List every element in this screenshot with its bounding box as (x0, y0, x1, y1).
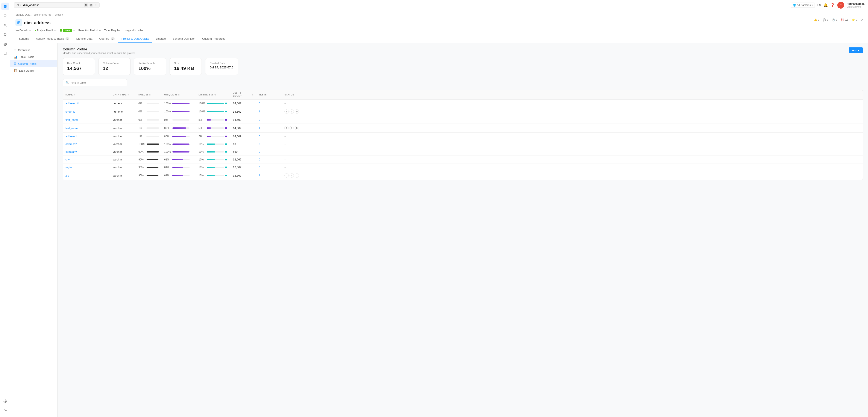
column-name-link[interactable]: address_id (65, 102, 79, 105)
nav-globe-icon[interactable] (1, 40, 9, 48)
tests-link[interactable]: 0 (259, 166, 260, 169)
nav-bulb-icon[interactable] (1, 31, 9, 39)
cell-tests: 1 (256, 124, 282, 132)
add-button[interactable]: Add ▾ (849, 47, 863, 53)
column-name-link[interactable]: address2 (65, 142, 77, 146)
cell-tests: 0 (256, 140, 282, 148)
tab-schema[interactable]: Schema (16, 35, 33, 43)
tests-link[interactable]: 0 (259, 158, 260, 161)
entity-domain[interactable]: No Domain ✏ (16, 29, 31, 32)
body-layout: ⊞ Overview 📊 Table Profile ☰ Column Prof… (10, 43, 868, 417)
time-action[interactable]: 🕐 0 (832, 19, 837, 22)
find-in-table-input[interactable] (71, 81, 124, 84)
tests-link[interactable]: 0 (259, 142, 260, 146)
tests-link[interactable]: 1 (259, 174, 260, 177)
cell-value-count: 14,509 (230, 133, 256, 140)
sidebar-item-overview[interactable]: ⊞ Overview (10, 46, 57, 54)
status-badge-warn: 1 (295, 173, 299, 178)
cell-null-pct: 100% (136, 140, 162, 148)
bell-icon[interactable]: 🔔 (824, 3, 828, 7)
tests-link[interactable]: 0 (259, 135, 260, 138)
column-name-link[interactable]: address1 (65, 135, 77, 138)
th-distinct-pct[interactable]: DISTINCT % ⇅ (196, 90, 230, 99)
sidebar-item-column-profile[interactable]: ☰ Column Profile (10, 60, 57, 67)
breadcrumb-sample-data[interactable]: Sample Data (16, 13, 30, 16)
close-icon[interactable]: ✕ (94, 3, 97, 7)
cell-status: -- (282, 133, 312, 140)
cell-data-type: varchar (110, 172, 136, 179)
schedule-action[interactable]: ⏰ 0.6 (841, 19, 848, 22)
nav-logout-icon[interactable] (1, 407, 9, 414)
comment-action[interactable]: 💬 0 (823, 19, 828, 22)
cell-distinct-pct: 5% (196, 124, 230, 132)
star-action[interactable]: ⭐ 2 (852, 19, 857, 22)
global-search[interactable]: All ▾ ⌘ K ✕ (14, 2, 100, 8)
cell-unique-pct: 100% (162, 140, 196, 148)
edit-owner-icon[interactable]: ✏ (54, 29, 57, 32)
nav-search-icon[interactable] (1, 12, 9, 20)
edit-domain-icon[interactable]: ✏ (29, 29, 31, 32)
th-value-count[interactable]: VALUE COUNT ⇅ (230, 90, 256, 99)
tests-link[interactable]: 0 (259, 119, 260, 121)
tab-lineage[interactable]: Lineage (152, 35, 169, 43)
tests-link[interactable]: 1 (259, 110, 260, 113)
tab-custom-props[interactable]: Custom Properties (199, 35, 229, 43)
section-header: Column Profile Monitor and understand yo… (63, 47, 863, 55)
tests-link[interactable]: 1 (259, 127, 260, 130)
cell-name: last_name (63, 124, 110, 132)
sidebar-item-data-quality[interactable]: 📋 Data Quality (10, 67, 57, 74)
cell-data-type: numeric (110, 99, 136, 107)
cell-value-count: 12,567 (230, 163, 256, 171)
edit-tier-icon[interactable]: ✏ (73, 29, 75, 32)
column-name-link[interactable]: region (65, 166, 73, 169)
domain-selector[interactable]: 🌐 All Domains ▾ (791, 3, 815, 8)
entity-retention[interactable]: Retention Period: -- (79, 29, 101, 32)
tab-profiler[interactable]: Profiler & Data Quality (118, 35, 153, 43)
th-data-type[interactable]: DATA TYPE ⇅ (110, 90, 136, 99)
th-tests[interactable]: TESTS (256, 90, 282, 99)
null-progress-bar (147, 151, 159, 153)
column-name-link[interactable]: zip (65, 174, 69, 177)
tests-link[interactable]: 0 (259, 150, 260, 153)
sidebar-item-table-profile[interactable]: 📊 Table Profile (10, 54, 57, 60)
tab-queries[interactable]: Queries 0 (96, 35, 118, 43)
share-icon[interactable]: ↗ (861, 19, 863, 22)
stat-row-count: Row Count 14,567 (63, 58, 95, 75)
search-type[interactable]: All (17, 4, 19, 7)
distinct-progress-bar (207, 127, 224, 129)
tab-sample-data[interactable]: Sample Data (73, 35, 96, 43)
table-profile-icon: 📊 (14, 55, 18, 59)
nav-settings-icon[interactable] (1, 397, 9, 405)
help-icon[interactable]: ❓ (831, 3, 835, 7)
th-status[interactable]: STATUS (282, 90, 312, 99)
column-name-link[interactable]: last_name (65, 127, 79, 130)
breadcrumb-ecommerce[interactable]: ecommerce_db (34, 13, 52, 16)
table-header: NAME ⇅ DATA TYPE ⇅ NULL % ⇅ UNIQUE % ⇅ D… (63, 90, 863, 99)
nav-user-icon[interactable] (1, 22, 9, 29)
tab-schema-def[interactable]: Schema Definition (169, 35, 199, 43)
th-name[interactable]: NAME ⇅ (63, 90, 110, 99)
column-name-link[interactable]: city (65, 158, 70, 161)
like-action[interactable]: 👍 2 (814, 19, 819, 22)
svg-point-1 (4, 24, 6, 25)
cell-distinct-pct: 5% (196, 116, 230, 124)
column-name-link[interactable]: company (65, 150, 77, 153)
avatar[interactable]: R (837, 2, 844, 8)
nav-layers-icon[interactable] (1, 3, 9, 10)
search-icon: 🔍 (65, 81, 69, 84)
language-selector[interactable]: EN (817, 4, 821, 7)
column-name-link[interactable]: shop_id (65, 110, 75, 113)
tab-activity-feeds[interactable]: Activity Feeds & Tasks 8 (33, 35, 73, 43)
entity-tier[interactable]: Tier1 ✏ (60, 29, 75, 32)
table-search[interactable]: 🔍 (63, 79, 127, 86)
tests-link[interactable]: 0 (259, 102, 260, 105)
breadcrumb-shopify[interactable]: shopify (55, 13, 63, 16)
th-unique-pct[interactable]: UNIQUE % ⇅ (162, 90, 196, 99)
search-input[interactable] (23, 3, 82, 7)
nav-book-icon[interactable] (1, 50, 9, 58)
th-null-pct[interactable]: NULL % ⇅ (136, 90, 162, 99)
entity-owner[interactable]: ● Prajwal Pandit ✏ (35, 29, 57, 32)
svg-point-0 (4, 14, 6, 17)
column-name-link[interactable]: first_name (65, 118, 79, 121)
cell-value-count: 14,567 (230, 99, 256, 107)
